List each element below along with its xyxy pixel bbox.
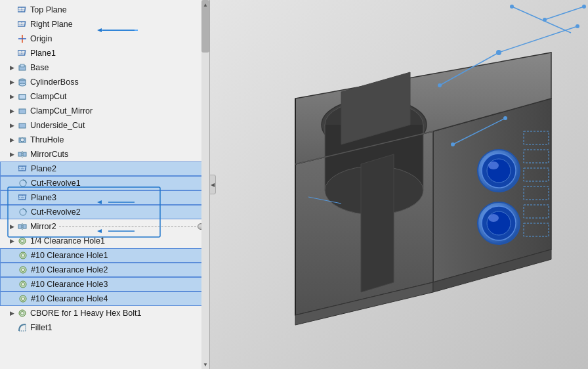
svg-rect-33 [18, 225, 22, 228]
tree-item-label: CBORE for 1 Heavy Hex Bolt1 [30, 309, 142, 318]
hole-icon [18, 293, 28, 304]
tree-item-clearance-10-3[interactable]: #10 Clearance Hole3 [0, 277, 209, 292]
svg-point-73 [543, 18, 547, 22]
expand-arrow: ▶ [8, 78, 16, 86]
hole-icon [17, 308, 28, 318]
expand-arrow: ▶ [8, 237, 16, 245]
tree-item-thruhole[interactable]: ▶ ThruHole [0, 133, 209, 147]
tree-item-label: Cut-Revolve1 [31, 179, 81, 188]
svg-point-47 [21, 312, 24, 315]
tree-item-clampcut[interactable]: ▶ ClampCut [0, 89, 209, 104]
expand-arrow: ▶ [8, 121, 16, 129]
fillet-icon [17, 322, 28, 333]
tree-item-cut-revolve1[interactable]: Cut-Revolve1 [0, 176, 209, 190]
tree-item-fillet1[interactable]: Fillet1 [0, 320, 209, 335]
feature-icon [17, 91, 28, 102]
tree-item-plane1[interactable]: Plane1 [0, 46, 209, 60]
plane-icon [17, 48, 28, 58]
hole-icon [17, 236, 28, 246]
feature-icon [17, 77, 28, 87]
svg-rect-23 [23, 152, 26, 156]
tree-item-mirrorcuts[interactable]: ▶ MirrorCuts [0, 147, 209, 162]
tree-item-label: Plane3 [31, 193, 56, 202]
expand-arrow [9, 266, 16, 274]
expand-arrow [9, 295, 16, 303]
viewport-3d[interactable] [210, 0, 588, 369]
expand-arrow [9, 280, 16, 288]
scroll-up-button[interactable]: ▲ [201, 0, 209, 9]
tree-item-top-plane[interactable]: Top Plane [0, 3, 209, 17]
origin-icon [17, 33, 28, 44]
tree-item-origin[interactable]: Origin [0, 32, 209, 46]
expand-arrow [9, 251, 16, 259]
svg-point-79 [496, 50, 501, 55]
feature-icon [18, 207, 28, 217]
svg-point-21 [20, 138, 24, 142]
scroll-down-button[interactable]: ▼ [201, 360, 209, 369]
svg-point-81 [451, 142, 455, 146]
svg-point-71 [510, 5, 514, 9]
expand-arrow [8, 324, 16, 332]
tree-item-plane2[interactable]: Plane2 [0, 162, 209, 176]
svg-rect-22 [18, 152, 22, 156]
scrollbar-track[interactable]: ▲ ▼ [201, 0, 209, 369]
tree-item-mirror2[interactable]: ▶ Mirror2 [0, 219, 209, 234]
svg-rect-12 [20, 64, 24, 67]
svg-point-37 [21, 240, 24, 243]
tree-item-label: MirrorCuts [30, 150, 68, 159]
tree-item-cylinderboss[interactable]: ▶ CylinderBoss [0, 75, 209, 89]
feature-icon [17, 221, 28, 232]
feature-icon [17, 149, 28, 160]
hole-icon [18, 279, 28, 290]
hole-icon [18, 250, 28, 261]
tree-item-label: Fillet1 [30, 323, 52, 332]
tree-item-clearance-10-4[interactable]: #10 Clearance Hole4 [0, 292, 209, 306]
tree-item-label: CylinderBoss [30, 77, 79, 87]
tree-item-label: Plane1 [30, 49, 56, 58]
tree-item-label: ClampCut [30, 92, 67, 101]
expand-arrow [8, 49, 16, 57]
expand-arrow [9, 165, 16, 173]
expand-arrow: ▶ [8, 150, 16, 158]
plane-icon [18, 192, 28, 203]
svg-point-63 [488, 214, 499, 222]
model-svg [210, 0, 588, 369]
svg-marker-86 [361, 154, 394, 292]
tree-item-clearance-1-4[interactable]: ▶ 1/4 Clearance Hole1 [0, 234, 209, 248]
expand-arrow: ▶ [8, 223, 16, 230]
panel-collapse-handle[interactable]: ◀ [209, 175, 216, 194]
expand-arrow: ▶ [8, 107, 16, 115]
expand-arrow: ▶ [8, 309, 16, 317]
expand-arrow [9, 179, 16, 187]
feature-icon [17, 62, 28, 73]
tree-item-label: 1/4 Clearance Hole1 [30, 236, 105, 246]
tree-item-clampcutmirror[interactable]: ▶ ClampCut_Mirror [0, 104, 209, 118]
tree-item-label: ThruHole [30, 135, 64, 144]
svg-point-74 [582, 5, 586, 9]
tree-item-clearance-10-1[interactable]: #10 Clearance Hole1 [0, 248, 209, 263]
tree-item-label: #10 Clearance Hole3 [31, 280, 108, 289]
svg-point-78 [576, 24, 579, 28]
expand-arrow [9, 208, 16, 216]
tree-item-cbore[interactable]: ▶ CBORE for 1 Heavy Hex Bolt1 [0, 306, 209, 320]
feature-icon [18, 178, 28, 188]
feature-tree[interactable]: Top Plane Right Plane O [0, 0, 209, 369]
rollback-line [59, 227, 196, 227]
tree-item-label: #10 Clearance Hole4 [31, 294, 108, 303]
expand-arrow: ▶ [8, 93, 16, 100]
tree-item-plane3[interactable]: Plane3 [0, 190, 209, 205]
svg-rect-17 [19, 95, 26, 99]
expand-arrow [8, 20, 16, 28]
tree-item-clearance-10-2[interactable]: #10 Clearance Hole2 [0, 263, 209, 277]
svg-point-41 [22, 269, 25, 272]
tree-item-label: Plane2 [31, 164, 56, 173]
svg-point-76 [438, 83, 442, 87]
tree-item-right-plane[interactable]: Right Plane [0, 17, 209, 32]
tree-item-label: Top Plane [30, 5, 67, 14]
tree-item-base[interactable]: ▶ Base [0, 60, 209, 75]
tree-item-cut-revolve2[interactable]: Cut-Revolve2 [0, 205, 209, 219]
svg-point-39 [22, 254, 25, 257]
expand-arrow: ▶ [8, 64, 16, 72]
tree-item-undersidecut[interactable]: ▶ Underside_Cut [0, 118, 209, 133]
feature-icon [17, 135, 28, 145]
